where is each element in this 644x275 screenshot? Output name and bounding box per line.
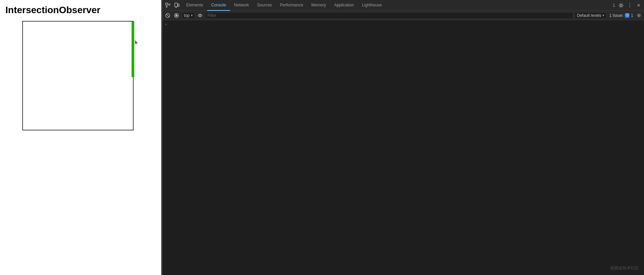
settings-button[interactable] bbox=[617, 1, 625, 9]
observer-box-wrapper bbox=[22, 21, 134, 130]
svg-point-8 bbox=[620, 4, 622, 6]
tab-sources[interactable]: Sources bbox=[253, 0, 276, 11]
console-settings-button[interactable] bbox=[635, 12, 643, 19]
devtools-left-icons bbox=[164, 1, 181, 9]
context-label: top bbox=[184, 13, 190, 18]
page-heading: IntersectionObserver bbox=[0, 0, 161, 19]
svg-point-13 bbox=[199, 15, 201, 16]
issues-count: 1 bbox=[631, 13, 633, 18]
inspect-element-button[interactable] bbox=[164, 1, 172, 9]
tab-memory[interactable]: Memory bbox=[307, 0, 330, 11]
close-devtools-button[interactable]: ✕ bbox=[635, 1, 643, 9]
cursor bbox=[135, 40, 139, 46]
console-toolbar: top ▾ Default levels ▾ 1 Issue: ⓘ 1 bbox=[163, 11, 644, 20]
devtools-panel: Elements Console Network Sources Perform… bbox=[163, 0, 644, 275]
devtools-right-icons: 1 ⋮ ✕ bbox=[613, 1, 643, 9]
tab-performance[interactable]: Performance bbox=[276, 0, 307, 11]
level-label: Default levels bbox=[577, 13, 601, 18]
clear-console-button[interactable] bbox=[164, 12, 171, 19]
tab-count-label: 1 bbox=[613, 3, 615, 8]
svg-line-10 bbox=[166, 14, 169, 17]
level-dropdown-icon: ▾ bbox=[603, 13, 604, 17]
tab-network[interactable]: Network bbox=[230, 0, 253, 11]
tab-console[interactable]: Console bbox=[207, 0, 230, 11]
green-bar bbox=[132, 22, 134, 77]
issues-badge: 1 Issue: ⓘ 1 bbox=[609, 13, 633, 18]
device-toolbar-button[interactable] bbox=[173, 1, 181, 9]
console-body[interactable] bbox=[163, 28, 644, 275]
tab-application[interactable]: Application bbox=[330, 0, 358, 11]
browser-content: IntersectionObserver bbox=[0, 0, 161, 275]
more-icon: ⋮ bbox=[627, 3, 633, 8]
stop-script-button[interactable] bbox=[173, 12, 180, 19]
close-icon: ✕ bbox=[637, 3, 640, 8]
svg-rect-0 bbox=[166, 3, 168, 5]
svg-rect-12 bbox=[175, 14, 177, 17]
console-prompt-line: › bbox=[163, 20, 644, 28]
issues-label: 1 Issue: bbox=[609, 13, 623, 18]
issue-count-icon: ⓘ bbox=[625, 13, 629, 18]
tab-elements[interactable]: Elements bbox=[182, 0, 207, 11]
console-chevron-icon[interactable]: › bbox=[165, 22, 167, 27]
more-options-button[interactable]: ⋮ bbox=[626, 1, 634, 9]
console-context-selector[interactable]: top ▾ bbox=[181, 12, 195, 19]
console-level-selector[interactable]: Default levels ▾ bbox=[575, 12, 607, 19]
tab-lighthouse[interactable]: Lighthouse bbox=[358, 0, 386, 11]
devtools-tab-bar: Elements Console Network Sources Perform… bbox=[163, 0, 644, 11]
observer-box bbox=[22, 21, 134, 130]
context-dropdown-icon: ▾ bbox=[191, 13, 193, 17]
console-filter-input[interactable] bbox=[205, 12, 573, 19]
svg-point-14 bbox=[638, 14, 640, 16]
eye-button[interactable] bbox=[196, 12, 204, 19]
svg-rect-5 bbox=[175, 3, 177, 7]
watermark: @掘金技术社区 bbox=[610, 265, 639, 271]
svg-rect-6 bbox=[178, 4, 179, 6]
